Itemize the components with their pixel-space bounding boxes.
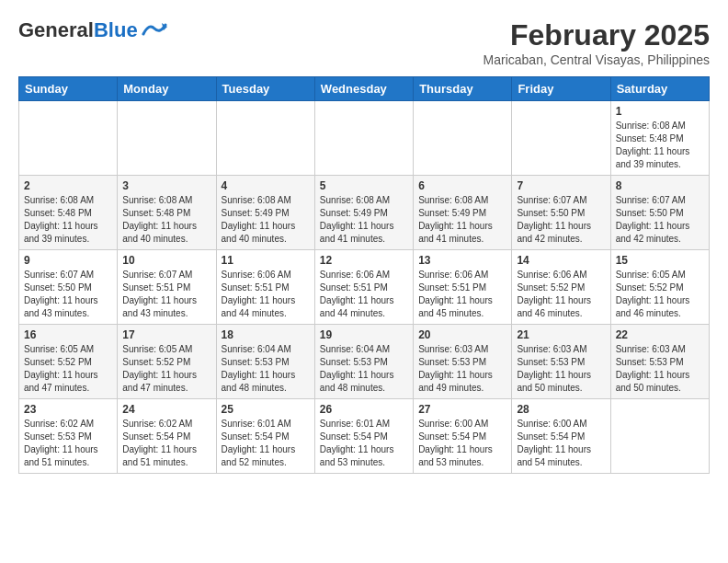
calendar-cell: 18Sunrise: 6:04 AM Sunset: 5:53 PM Dayli… [216,325,314,399]
day-info: Sunrise: 6:06 AM Sunset: 5:51 PM Dayligh… [418,269,506,320]
logo: GeneralBlue [18,18,167,42]
day-number: 4 [222,179,310,192]
calendar-cell: 10Sunrise: 6:07 AM Sunset: 5:51 PM Dayli… [118,250,216,325]
day-info: Sunrise: 6:06 AM Sunset: 5:51 PM Dayligh… [320,269,408,320]
day-info: Sunrise: 6:07 AM Sunset: 5:50 PM Dayligh… [616,194,704,246]
calendar-cell: 13Sunrise: 6:06 AM Sunset: 5:51 PM Dayli… [414,250,512,325]
calendar-cell: 8Sunrise: 6:07 AM Sunset: 5:50 PM Daylig… [610,176,709,250]
calendar-cell: 27Sunrise: 6:00 AM Sunset: 5:54 PM Dayli… [414,399,512,474]
day-number: 22 [616,328,704,341]
weekday-header-tuesday: Tuesday [216,77,314,101]
calendar-cell: 6Sunrise: 6:08 AM Sunset: 5:49 PM Daylig… [414,176,512,250]
day-info: Sunrise: 6:01 AM Sunset: 5:54 PM Dayligh… [222,418,310,469]
day-number: 7 [517,179,605,192]
day-info: Sunrise: 6:00 AM Sunset: 5:54 PM Dayligh… [517,418,605,469]
calendar-cell [314,101,413,176]
calendar-cell: 15Sunrise: 6:05 AM Sunset: 5:52 PM Dayli… [610,250,709,325]
calendar-title: February 2025 [483,18,710,52]
logo-blue-text: Blue [94,18,138,41]
day-number: 9 [24,254,112,267]
calendar-week-row: 1Sunrise: 6:08 AM Sunset: 5:48 PM Daylig… [19,101,710,176]
day-info: Sunrise: 6:08 AM Sunset: 5:49 PM Dayligh… [418,194,506,246]
day-number: 25 [222,403,310,416]
weekday-header-thursday: Thursday [414,77,512,101]
day-number: 20 [418,328,506,341]
day-number: 28 [517,403,605,416]
calendar-cell: 16Sunrise: 6:05 AM Sunset: 5:52 PM Dayli… [19,325,118,399]
day-info: Sunrise: 6:08 AM Sunset: 5:49 PM Dayligh… [320,194,408,246]
day-info: Sunrise: 6:06 AM Sunset: 5:52 PM Dayligh… [517,269,605,320]
day-info: Sunrise: 6:08 AM Sunset: 5:48 PM Dayligh… [616,120,704,171]
day-number: 23 [24,403,112,416]
calendar-cell: 24Sunrise: 6:02 AM Sunset: 5:54 PM Dayli… [118,399,216,474]
day-info: Sunrise: 6:07 AM Sunset: 5:50 PM Dayligh… [24,269,112,320]
day-number: 8 [616,179,704,192]
calendar-subtitle: Maricaban, Central Visayas, Philippines [483,52,710,67]
calendar-cell: 17Sunrise: 6:05 AM Sunset: 5:52 PM Dayli… [118,325,216,399]
day-info: Sunrise: 6:08 AM Sunset: 5:48 PM Dayligh… [122,194,210,246]
weekday-header-saturday: Saturday [610,77,709,101]
day-info: Sunrise: 6:01 AM Sunset: 5:54 PM Dayligh… [320,418,408,469]
weekday-header-friday: Friday [512,77,610,101]
day-info: Sunrise: 6:04 AM Sunset: 5:53 PM Dayligh… [222,343,310,395]
day-info: Sunrise: 6:07 AM Sunset: 5:50 PM Dayligh… [517,194,605,246]
day-info: Sunrise: 6:08 AM Sunset: 5:49 PM Dayligh… [222,194,310,246]
calendar-cell: 21Sunrise: 6:03 AM Sunset: 5:53 PM Dayli… [512,325,610,399]
logo-general-text: General [18,18,94,41]
weekday-header-wednesday: Wednesday [314,77,413,101]
logo-icon [142,21,167,40]
day-number: 2 [24,179,112,192]
day-number: 10 [122,254,210,267]
calendar-cell: 5Sunrise: 6:08 AM Sunset: 5:49 PM Daylig… [314,176,413,250]
calendar-cell [512,101,610,176]
day-info: Sunrise: 6:07 AM Sunset: 5:51 PM Dayligh… [122,269,210,320]
page-header: GeneralBlue February 2025 Maricaban, Cen… [18,18,710,67]
day-number: 14 [517,254,605,267]
day-info: Sunrise: 6:05 AM Sunset: 5:52 PM Dayligh… [616,269,704,320]
day-number: 27 [418,403,506,416]
day-info: Sunrise: 6:03 AM Sunset: 5:53 PM Dayligh… [616,343,704,395]
calendar-week-row: 23Sunrise: 6:02 AM Sunset: 5:53 PM Dayli… [19,399,710,474]
calendar-cell: 9Sunrise: 6:07 AM Sunset: 5:50 PM Daylig… [19,250,118,325]
day-number: 26 [320,403,408,416]
day-number: 16 [24,328,112,341]
calendar-cell: 1Sunrise: 6:08 AM Sunset: 5:48 PM Daylig… [610,101,709,176]
day-number: 13 [418,254,506,267]
calendar-cell: 3Sunrise: 6:08 AM Sunset: 5:48 PM Daylig… [118,176,216,250]
calendar-cell: 11Sunrise: 6:06 AM Sunset: 5:51 PM Dayli… [216,250,314,325]
day-info: Sunrise: 6:05 AM Sunset: 5:52 PM Dayligh… [24,343,112,395]
calendar-cell [414,101,512,176]
calendar-cell [610,399,709,474]
day-number: 11 [222,254,310,267]
calendar-cell: 12Sunrise: 6:06 AM Sunset: 5:51 PM Dayli… [314,250,413,325]
calendar-cell: 2Sunrise: 6:08 AM Sunset: 5:48 PM Daylig… [19,176,118,250]
title-section: February 2025 Maricaban, Central Visayas… [483,18,710,67]
calendar-cell: 14Sunrise: 6:06 AM Sunset: 5:52 PM Dayli… [512,250,610,325]
day-info: Sunrise: 6:04 AM Sunset: 5:53 PM Dayligh… [320,343,408,395]
calendar-cell: 22Sunrise: 6:03 AM Sunset: 5:53 PM Dayli… [610,325,709,399]
day-info: Sunrise: 6:03 AM Sunset: 5:53 PM Dayligh… [418,343,506,395]
calendar-cell [118,101,216,176]
day-number: 24 [122,403,210,416]
day-info: Sunrise: 6:05 AM Sunset: 5:52 PM Dayligh… [122,343,210,395]
calendar-cell: 7Sunrise: 6:07 AM Sunset: 5:50 PM Daylig… [512,176,610,250]
day-number: 5 [320,179,408,192]
weekday-header-monday: Monday [118,77,216,101]
day-number: 17 [122,328,210,341]
day-number: 19 [320,328,408,341]
day-info: Sunrise: 6:02 AM Sunset: 5:54 PM Dayligh… [122,418,210,469]
day-number: 3 [122,179,210,192]
calendar-cell [19,101,118,176]
day-number: 1 [616,105,704,118]
weekday-header-sunday: Sunday [19,77,118,101]
day-number: 6 [418,179,506,192]
calendar-week-row: 2Sunrise: 6:08 AM Sunset: 5:48 PM Daylig… [19,176,710,250]
day-number: 15 [616,254,704,267]
day-info: Sunrise: 6:02 AM Sunset: 5:53 PM Dayligh… [24,418,112,469]
day-number: 12 [320,254,408,267]
day-number: 18 [222,328,310,341]
calendar-week-row: 16Sunrise: 6:05 AM Sunset: 5:52 PM Dayli… [19,325,710,399]
day-info: Sunrise: 6:00 AM Sunset: 5:54 PM Dayligh… [418,418,506,469]
calendar-cell: 4Sunrise: 6:08 AM Sunset: 5:49 PM Daylig… [216,176,314,250]
calendar-cell: 23Sunrise: 6:02 AM Sunset: 5:53 PM Dayli… [19,399,118,474]
